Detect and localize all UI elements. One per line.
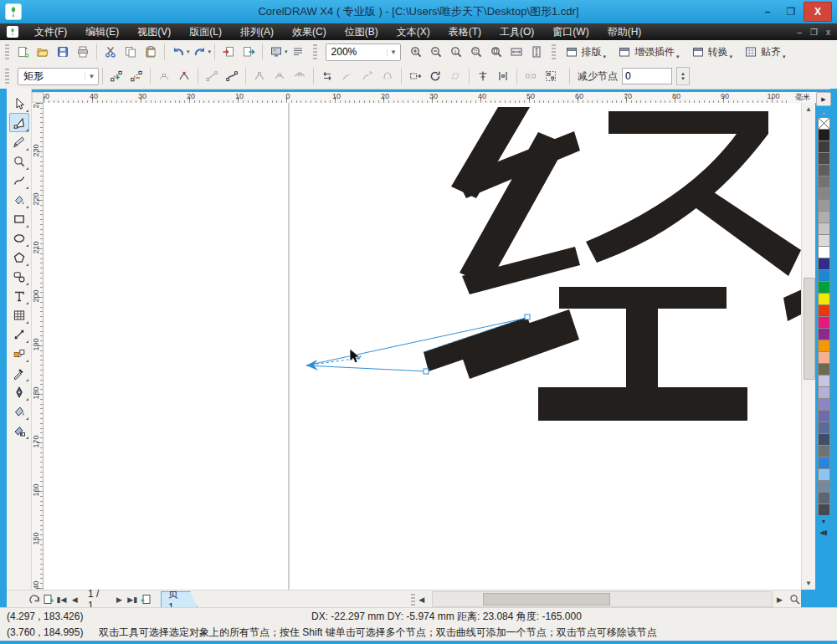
select-all-nodes-button[interactable] — [541, 67, 561, 85]
menu-item-10[interactable]: 窗口(W) — [543, 23, 598, 40]
vertical-scroll-thumb[interactable] — [804, 278, 815, 380]
color-swatch[interactable] — [818, 199, 830, 212]
color-swatch[interactable] — [818, 468, 830, 481]
vertical-ruler[interactable]: 240230220210200190180170160150140 — [32, 103, 44, 590]
docker-plugins-button[interactable]: 增强插件▾ — [612, 43, 686, 61]
shape-tool[interactable] — [9, 113, 29, 132]
export-button[interactable] — [239, 43, 259, 61]
color-swatch[interactable] — [818, 234, 830, 247]
palette-expand-button[interactable]: ◀▮ — [817, 527, 830, 538]
maximize-button[interactable]: ❐ — [780, 3, 802, 20]
menu-item-1[interactable]: 编辑(E) — [76, 23, 128, 40]
menu-item-11[interactable]: 帮助(H) — [598, 23, 651, 40]
color-swatch[interactable] — [818, 269, 830, 282]
color-swatch[interactable] — [818, 211, 830, 223]
reduce-nodes-stepper[interactable]: ▲▼ — [676, 67, 690, 85]
color-swatch[interactable] — [818, 281, 830, 294]
color-swatch[interactable] — [818, 176, 830, 188]
stroke-fragment[interactable] — [783, 289, 801, 321]
color-swatch[interactable] — [818, 492, 830, 504]
eyedropper-tool[interactable] — [9, 363, 29, 382]
character-jing-artwork[interactable] — [424, 107, 801, 421]
vertical-scrollbar[interactable]: ▲ ▼ — [801, 103, 815, 590]
color-swatch[interactable] — [818, 304, 830, 317]
document-navigator-icon[interactable] — [788, 592, 801, 606]
stroke-su-leg[interactable] — [678, 184, 801, 276]
menu-item-5[interactable]: 效果(C) — [283, 23, 336, 40]
print-button[interactable] — [73, 43, 93, 61]
curve-node[interactable] — [424, 369, 429, 374]
horizontal-ruler[interactable]: 50403020100102030405060708090100 — [44, 92, 801, 104]
text-tool[interactable] — [9, 286, 29, 305]
last-page-button[interactable]: ▶▮ — [126, 592, 139, 606]
ellipse-tool[interactable] — [9, 228, 29, 248]
color-swatch[interactable] — [818, 293, 830, 305]
reverse-direction-button[interactable] — [317, 67, 337, 85]
toolbar-grip[interactable] — [552, 44, 556, 59]
stroke-gong-top[interactable] — [559, 287, 727, 309]
toolbar-grip[interactable] — [5, 44, 9, 59]
color-swatch[interactable] — [818, 328, 830, 340]
menu-item-8[interactable]: 表格(T) — [439, 23, 490, 40]
color-swatch[interactable] — [818, 164, 830, 176]
color-swatch[interactable] — [818, 222, 830, 235]
copy-button[interactable] — [121, 43, 141, 61]
delete-node-button[interactable] — [126, 67, 146, 85]
add-page-before-button[interactable] — [42, 592, 55, 606]
scroll-down-button[interactable]: ▼ — [802, 577, 815, 590]
curve-node[interactable] — [525, 314, 530, 319]
zoom-selected-button[interactable] — [466, 43, 486, 61]
zoom-tool[interactable] — [9, 151, 29, 171]
zoom-height-button[interactable] — [526, 43, 547, 61]
color-swatch[interactable] — [818, 445, 830, 457]
docker-snap-button[interactable]: 贴齐▾ — [738, 43, 792, 61]
polygon-tool[interactable] — [9, 248, 29, 267]
reduce-nodes-input[interactable] — [622, 68, 672, 84]
doc-restore-button[interactable]: ❐ — [810, 28, 818, 37]
pick-tool[interactable] — [9, 94, 29, 113]
hscroll-right-button[interactable]: ▶ — [773, 592, 786, 606]
docker-convert-button[interactable]: 转换▾ — [686, 43, 739, 61]
stroke-gong-bottom[interactable] — [538, 387, 747, 421]
color-swatch[interactable] — [818, 457, 830, 469]
palette-flyout-button[interactable]: ▶ — [816, 92, 831, 106]
page-tab[interactable]: 页 1 — [161, 591, 198, 607]
first-page-button[interactable]: ▮◀ — [55, 592, 69, 606]
zoom-out-button[interactable] — [426, 43, 446, 61]
add-node-button[interactable] — [106, 67, 126, 85]
blend-tool[interactable] — [9, 344, 29, 363]
paste-button[interactable] — [141, 43, 161, 61]
color-swatch[interactable] — [818, 410, 830, 422]
distribute-nodes-button[interactable] — [493, 67, 513, 85]
docker-typesetting-button[interactable]: 排版▾ — [559, 43, 613, 61]
previous-page-button[interactable]: ◀ — [68, 592, 81, 606]
color-swatch[interactable] — [818, 422, 830, 434]
align-nodes-button[interactable] — [473, 67, 493, 85]
menu-item-3[interactable]: 版面(L) — [180, 23, 231, 40]
property-bar-grip[interactable] — [5, 69, 9, 84]
color-swatch[interactable] — [818, 375, 830, 387]
color-swatch[interactable] — [818, 129, 830, 141]
color-swatch[interactable] — [818, 141, 830, 153]
rectangle-tool[interactable] — [9, 209, 29, 228]
next-page-button[interactable]: ▶ — [113, 592, 126, 606]
color-swatch[interactable] — [818, 152, 830, 165]
color-swatch[interactable] — [818, 386, 830, 399]
color-swatch[interactable] — [818, 433, 830, 446]
zoom-width-button[interactable] — [506, 43, 526, 61]
color-swatch[interactable] — [818, 351, 830, 364]
save-button[interactable] — [53, 43, 73, 61]
zoom-actual-button[interactable]: 1 — [446, 43, 466, 61]
stroke-su-topbar[interactable] — [608, 111, 768, 134]
menu-item-9[interactable]: 工具(O) — [490, 23, 543, 40]
color-swatch[interactable] — [818, 246, 830, 258]
zoom-level-dropdown[interactable]: 200%▼ — [326, 43, 401, 61]
outline-pen-tool[interactable] — [9, 382, 29, 401]
zoom-page-button[interactable] — [486, 43, 506, 61]
color-swatch[interactable] — [818, 398, 830, 411]
menu-item-7[interactable]: 文本(X) — [388, 23, 439, 40]
drawing-canvas[interactable] — [44, 103, 801, 590]
minimize-button[interactable]: – — [757, 3, 778, 20]
menu-item-4[interactable]: 排列(A) — [231, 23, 283, 40]
shape-preset-dropdown[interactable]: 矩形 ▼ — [18, 68, 99, 85]
